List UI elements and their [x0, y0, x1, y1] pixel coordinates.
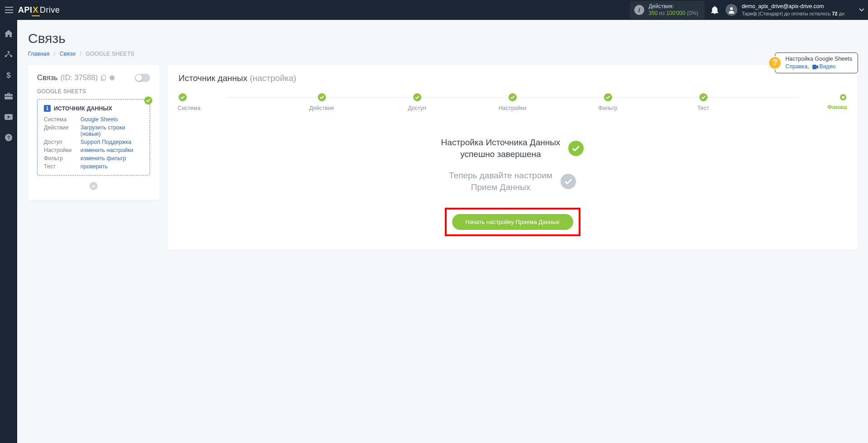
dollar-icon[interactable]: $ [3, 70, 14, 81]
tariff-line: Тариф |Стандарт| до оплаты осталось 72 д… [742, 10, 844, 17]
breadcrumb: Главная / Связи / GOOGLE SHEETS [28, 51, 134, 57]
step-label: Система [178, 105, 200, 111]
step-circle-icon [509, 93, 517, 101]
kv-value: изменить настройки [80, 147, 143, 153]
step-Система[interactable]: Система [179, 93, 274, 111]
kv-link[interactable]: Google Sheets [80, 116, 118, 123]
connection-summary-card: Связь (ID: 37588) GOOGLE SHEETS 1ИСТОЧНИ… [28, 65, 159, 200]
help-popup: ? Настройка Google Sheets Справка, Видео [768, 52, 858, 73]
kv-link[interactable]: изменить фильтр [80, 155, 126, 162]
svg-point-0 [730, 7, 733, 10]
logo[interactable]: APIXDrive [18, 5, 60, 15]
copy-icon[interactable] [100, 75, 106, 81]
connection-id: (ID: 37588) [61, 73, 98, 82]
step-Доступ[interactable]: Доступ [369, 93, 465, 111]
kv-link[interactable]: Загрузить строки (новые) [80, 124, 125, 137]
step-label: Настройки [499, 105, 526, 111]
pending-check-icon [561, 174, 576, 189]
crumb-home[interactable]: Главная [28, 51, 50, 57]
gear-icon[interactable] [109, 75, 115, 81]
home-icon[interactable] [3, 28, 14, 39]
kv-link[interactable]: проверить [80, 163, 108, 170]
step-circle-icon [699, 93, 708, 101]
user-email: demo_apix_drive@apix-drive.com [742, 3, 844, 10]
finish-pending-row: Теперь давайте настроимПрием Данных [449, 170, 576, 193]
stepper: СистемаДействиеДоступНастройкиФильтрТест… [179, 93, 846, 111]
enable-toggle[interactable] [135, 74, 150, 82]
kv-value: Support Поддержка [80, 139, 143, 145]
connections-icon[interactable] [3, 49, 14, 60]
step-label: Финиш [827, 104, 847, 110]
step-label: Тест [698, 105, 709, 111]
kv-key: Тест [44, 163, 78, 170]
check-badge-icon [144, 96, 152, 105]
finish-done-row: Настройка Источника Данныхуспешно заверш… [441, 137, 584, 160]
top-navbar: APIXDrive i Действия: 350 из 100'000 (0%… [0, 0, 868, 20]
user-menu[interactable]: demo_apix_drive@apix-drive.com Тариф |Ст… [726, 3, 864, 17]
briefcase-icon[interactable] [3, 91, 14, 101]
question-icon[interactable]: ? [768, 56, 782, 70]
page-title: Связь [28, 31, 134, 46]
source-box: 1ИСТОЧНИК ДАННЫХ СистемаGoogle SheetsДей… [37, 99, 150, 176]
kv-value: Google Sheets [80, 116, 143, 123]
step-Фильтр[interactable]: Фильтр [560, 93, 656, 111]
kv-value: изменить фильтр [80, 155, 143, 162]
kv-link[interactable]: Support Поддержка [80, 139, 131, 145]
check-circle-icon [568, 141, 584, 156]
step-circle-icon [840, 94, 846, 100]
step-label: Фильтр [599, 105, 618, 111]
kv-link[interactable]: изменить настройки [80, 147, 133, 153]
kv-key: Действие [44, 124, 78, 137]
video-icon [812, 65, 818, 69]
step-Финиш[interactable]: Финиш [751, 94, 846, 110]
youtube-icon[interactable] [3, 111, 14, 122]
svg-point-1 [8, 51, 9, 53]
step-circle-icon [318, 93, 326, 101]
kv-key: Система [44, 116, 78, 123]
kv-value: Загрузить строки (новые) [80, 124, 143, 137]
help-video[interactable]: Видео [819, 63, 836, 70]
step-Настройки[interactable]: Настройки [465, 93, 560, 111]
step-circle-icon [413, 93, 421, 101]
card-left-subtitle: GOOGLE SHEETS [37, 88, 150, 95]
help-icon[interactable]: ? [3, 132, 14, 143]
step-Тест[interactable]: Тест [656, 93, 751, 111]
hamburger-icon[interactable] [4, 5, 14, 15]
kv-key: Фильтр [44, 155, 78, 162]
step-label: Действие [309, 105, 334, 111]
chevron-down-icon [859, 8, 864, 12]
crumb-links[interactable]: Связи [60, 51, 75, 57]
add-destination-button[interactable]: + [90, 182, 98, 190]
kv-value: проверить [80, 163, 143, 170]
svg-rect-8 [812, 65, 816, 69]
info-icon: i [634, 5, 644, 15]
bell-icon[interactable] [711, 6, 718, 14]
svg-text:$: $ [6, 71, 11, 79]
help-title: Настройка Google Sheets [785, 55, 852, 63]
actions-label: Действия: [649, 3, 698, 10]
help-link[interactable]: Справка [785, 63, 807, 70]
crumb-current: GOOGLE SHEETS [86, 51, 135, 57]
cta-highlight: Начать настройку Приема Данных [445, 208, 580, 236]
kv-key: Настройки [44, 147, 78, 153]
step-circle-icon [604, 93, 612, 101]
actions-counter[interactable]: i Действия: 350 из 100'000 (0%) [630, 1, 705, 19]
svg-rect-9 [102, 75, 106, 80]
actions-value: 350 из 100'000 (0%) [649, 10, 698, 17]
step-circle-icon [179, 93, 187, 101]
kv-key: Доступ [44, 139, 78, 145]
step-label: Доступ [408, 105, 426, 111]
source-title: ИСТОЧНИК ДАННЫХ [54, 105, 112, 112]
page-header: Связь Главная / Связи / GOOGLE SHEETS [28, 31, 857, 57]
source-number: 1 [44, 105, 51, 112]
setup-title: Источник данных (настройка) [179, 73, 846, 83]
step-Действие[interactable]: Действие [274, 93, 369, 111]
card-left-title: Связь [37, 73, 58, 82]
left-sidebar: $ ? [0, 20, 17, 443]
start-destination-button[interactable]: Начать настройку Приема Данных [452, 214, 573, 230]
avatar-icon [726, 4, 737, 16]
svg-text:?: ? [7, 135, 10, 140]
setup-card: Источник данных (настройка) СистемаДейст… [168, 65, 857, 250]
